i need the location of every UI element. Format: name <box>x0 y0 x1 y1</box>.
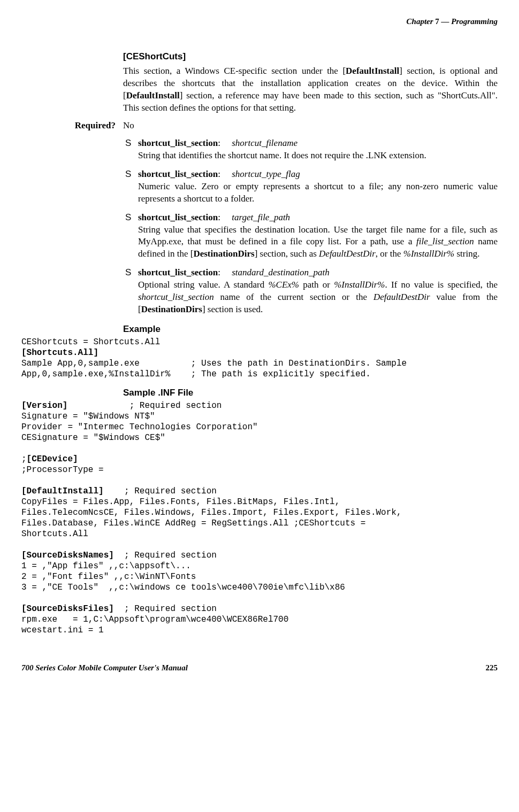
chapter-title: Programming <box>451 17 498 26</box>
list-item: shortcut_list_section: target_file_path … <box>123 212 498 261</box>
sample-heading: Sample .INF File <box>123 387 498 399</box>
example-heading: Example <box>123 323 498 336</box>
page-footer: 700 Series Color Mobile Computer User's … <box>21 662 498 673</box>
required-row: Required? No <box>21 120 498 132</box>
required-value: No <box>123 120 498 132</box>
bullet-list: shortcut_list_section: shortcut_filename… <box>123 137 498 316</box>
list-item: shortcut_list_section: shortcut_filename… <box>123 137 498 162</box>
manual-title: 700 Series Color Mobile Computer User's … <box>21 662 188 673</box>
chapter-label: Chapter <box>407 17 433 26</box>
page-number: 225 <box>486 662 498 673</box>
page-header: Chapter 7 — Programming <box>21 16 498 27</box>
list-item: shortcut_list_section: shortcut_type_fla… <box>123 168 498 205</box>
chapter-number: 7 <box>435 17 439 26</box>
sample-code: [Version] ; Required section Signature =… <box>21 400 498 636</box>
section-title: [CEShortCuts] <box>123 51 498 63</box>
required-label: Required? <box>21 120 123 132</box>
example-code: CEShortcuts = Shortcuts.All [Shortcuts.A… <box>21 337 498 380</box>
header-dash: — <box>441 17 449 26</box>
section-intro: This section, a Windows CE-specific sect… <box>123 65 498 114</box>
list-item: shortcut_list_section: standard_destinat… <box>123 267 498 316</box>
